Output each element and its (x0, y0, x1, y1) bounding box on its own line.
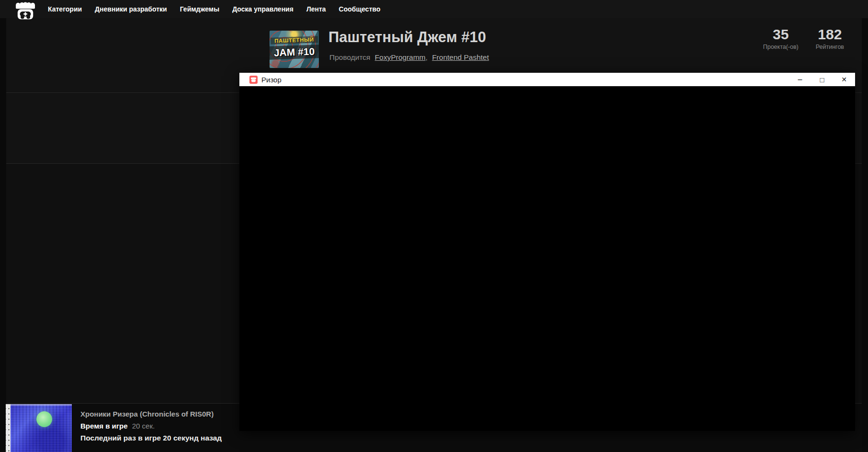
now-playing-game-title[interactable]: Хроники Ризера (Chronicles of RIS0R) (80, 410, 222, 418)
game-window: Ризор – □ ✕ (239, 73, 855, 431)
stat-ratings-label: Рейтингов (816, 44, 844, 50)
host-separator: , (426, 53, 428, 61)
thumbnail-notebook-edge (6, 404, 11, 452)
hosted-by-label: Проводится (329, 53, 371, 61)
window-app-icon (249, 76, 258, 84)
jam-thumbnail-text-main: JAM #10 (270, 45, 319, 60)
nav-menu: Категории Дневники разработки Геймджемы … (48, 0, 381, 18)
host-link-frontend-pashtet[interactable]: Frontend Pashtet (432, 53, 489, 61)
jam-thumbnail: ПАШТЕТНЫЙ JAM #10 (270, 31, 319, 68)
jam-byline: Проводится FoxyProgramm, Frontend Pashte… (329, 53, 489, 62)
stat-ratings-count: 182 (818, 27, 842, 42)
jam-stats: 35 Проекта(-ов) 182 Рейтингов (763, 27, 844, 50)
thumbnail-moon-graphic (36, 411, 52, 427)
stat-projects-count: 35 (773, 27, 789, 42)
close-button[interactable]: ✕ (833, 73, 855, 86)
page: Категории Дневники разработки Геймджемы … (0, 0, 868, 452)
window-title: Ризор (261, 76, 282, 84)
nav-item-dashboard[interactable]: Доска управления (232, 5, 293, 13)
stat-ratings: 182 Рейтингов (816, 27, 844, 50)
itchio-logo-icon[interactable] (14, 1, 37, 20)
stat-projects: 35 Проекта(-ов) (763, 27, 799, 50)
window-titlebar[interactable]: Ризор – □ ✕ (239, 73, 855, 86)
jam-thumbnail-text-top: ПАШТЕТНЫЙ (271, 36, 318, 44)
nav-item-devlogs[interactable]: Дневники разработки (95, 5, 167, 13)
stat-projects-label: Проекта(-ов) (763, 44, 799, 50)
playtime-value: 20 сек. (132, 422, 155, 430)
nav-item-community[interactable]: Сообщество (339, 5, 381, 13)
now-playing-thumbnail[interactable] (6, 404, 72, 452)
nav-item-game-jams[interactable]: Геймджемы (180, 5, 220, 13)
nav-item-categories[interactable]: Категории (48, 5, 82, 13)
playtime-row: Время в игре 20 сек. (80, 422, 222, 430)
maximize-button[interactable]: □ (811, 73, 833, 86)
last-played-text: Последний раз в игре 20 секунд назад (80, 434, 222, 442)
nav-item-feed[interactable]: Лента (306, 5, 326, 13)
window-controls: – □ ✕ (789, 73, 855, 86)
game-screen[interactable] (239, 86, 855, 431)
now-playing-info: Хроники Ризера (Chronicles of RIS0R) Вре… (80, 410, 222, 442)
host-link-foxyprogramm[interactable]: FoxyProgramm (375, 53, 426, 61)
playtime-label: Время в игре (80, 422, 128, 430)
top-navbar: Категории Дневники разработки Геймджемы … (0, 0, 868, 18)
jam-title: Паштетный Джем #10 (328, 29, 486, 46)
